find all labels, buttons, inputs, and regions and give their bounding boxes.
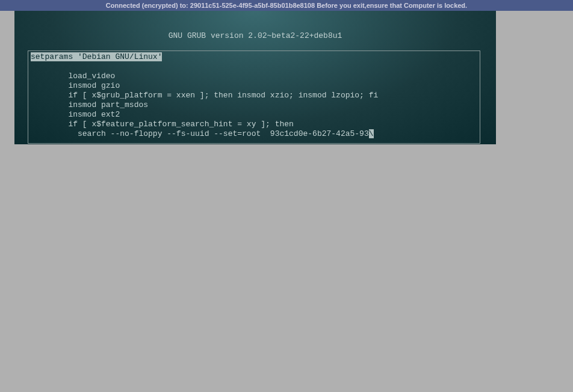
connection-status-text: Connected (encrypted) to: 29011c51-525e-…: [106, 0, 467, 11]
grub-line-setparams[interactable]: setparams 'Debian GNU/Linux': [31, 52, 162, 61]
grub-line-insmod-gzio[interactable]: insmod gzio: [31, 81, 120, 90]
grub-version-title: GNU GRUB version 2.02~beta2-22+deb8u1: [14, 11, 496, 40]
grub-script-content[interactable]: setparams 'Debian GNU/Linux' load_video …: [28, 51, 480, 140]
grub-edit-box[interactable]: setparams 'Debian GNU/Linux' load_video …: [28, 51, 480, 144]
grub-line-insmod-msdos[interactable]: insmod part_msdos: [31, 100, 148, 109]
grub-terminal[interactable]: GNU GRUB version 2.02~beta2-22+deb8u1 se…: [14, 11, 496, 144]
empty-area: [0, 144, 573, 392]
grub-line-insmod-ext2[interactable]: insmod ext2: [31, 110, 120, 119]
grub-line-search[interactable]: search --no-floppy --fs-uuid --set=root …: [31, 129, 369, 138]
connection-status-bar: Connected (encrypted) to: 29011c51-525e-…: [0, 0, 573, 11]
grub-line-continuation[interactable]: \: [369, 129, 374, 138]
grub-line-if-feature[interactable]: if [ x$feature_platform_search_hint = xy…: [31, 120, 294, 129]
grub-line-load-video[interactable]: load_video: [31, 72, 115, 81]
grub-line-if-xen[interactable]: if [ x$grub_platform = xxen ]; then insm…: [31, 91, 378, 100]
